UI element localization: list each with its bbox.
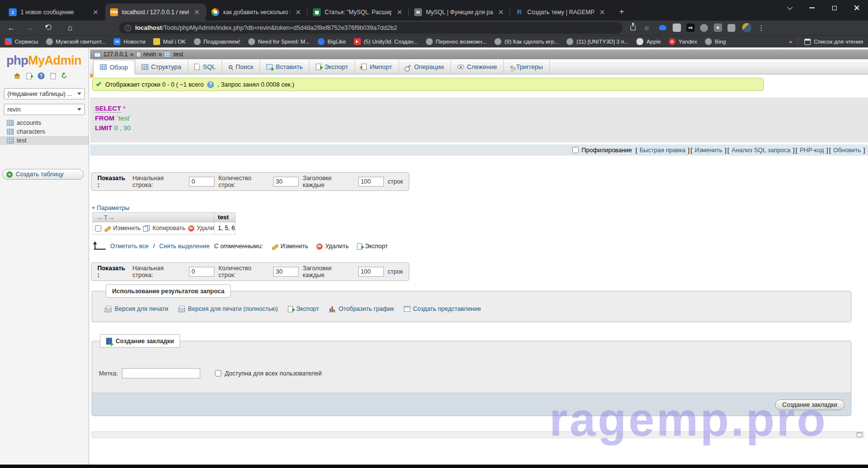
row-count-input[interactable] [273,267,299,277]
start-row-input[interactable] [189,177,214,187]
extension-cloud-icon[interactable] [659,25,666,30]
logout-icon[interactable] [26,73,32,79]
headers-every-input[interactable] [358,267,384,277]
reading-list-button[interactable]: Список для чтения [804,39,863,45]
help-icon[interactable]: ? [38,72,45,79]
tab-search[interactable]: Поиск [222,60,260,74]
close-tab-icon[interactable]: ✕ [497,8,505,16]
extension-foot-icon[interactable] [700,24,708,32]
reload-icon[interactable] [46,24,51,30]
display-chart-link[interactable]: Отобразить график [329,305,394,312]
tab-import[interactable]: Импорт [355,60,399,74]
export-link[interactable]: Экспорт [288,305,319,312]
back-button[interactable]: ← [5,22,18,34]
refresh-icon[interactable] [61,72,68,79]
bookmark-label-input[interactable] [122,368,200,378]
print-view-link[interactable]: Версия для печати [105,305,168,312]
bookmark-item[interactable]: BigLike [318,38,346,45]
inline-edit-link[interactable]: Быстрая правка [638,147,687,154]
bookmark-item[interactable]: ЯYandex [669,38,697,45]
database-select[interactable]: revin [4,104,85,115]
bookmark-item[interactable]: Need for Speed: M... [248,38,310,45]
close-tab-icon[interactable]: ✕ [193,8,201,16]
sort-arrows-header[interactable]: ←Т→ [93,212,214,222]
bookmark-item[interactable]: Apple [636,38,660,45]
bookmark-item[interactable]: VKНовости [114,38,145,45]
row-checkbox[interactable] [95,225,101,232]
bookmark-item[interactable]: Мужской свитшот... [46,38,106,45]
phpmyadmin-logo[interactable]: phpMyAdmin [6,53,81,68]
bookmark-item[interactable]: Поздравляем! [194,38,240,45]
breadcrumb-table[interactable]: test [173,51,183,58]
tab-browse[interactable]: Обзор [93,60,135,74]
refresh-link[interactable]: Обновить [832,147,863,154]
profiling-checkbox[interactable] [572,147,579,153]
bookmark-item[interactable]: (11) [UNITY3D] 3 п... [566,38,629,45]
explain-sql-link[interactable]: Анализ SQL запроса [730,147,792,154]
extension-b-icon[interactable]: B [714,23,722,32]
check-all-link[interactable]: Отметить все [110,243,149,250]
start-row-input[interactable] [189,267,214,277]
window-close-button[interactable] [845,0,868,16]
php-code-link[interactable]: PHP-код [798,147,825,154]
home-button[interactable]: ⌂ [64,22,76,34]
extension-photo-icon[interactable] [673,23,681,32]
browser-tab-article[interactable]: ▦ Статья: "MySQL. Расширяем фун ✕ [308,3,408,21]
close-tab-icon[interactable]: ✕ [92,8,99,16]
tab-sql[interactable]: SQL [188,60,222,74]
bulk-delete[interactable]: Удалить [316,243,349,250]
profile-avatar[interactable] [742,23,751,32]
close-tab-icon[interactable]: ✕ [294,8,302,16]
help-icon[interactable]: ? [207,81,214,88]
extension-vk-icon[interactable]: vk [686,23,695,32]
row-copy-link[interactable]: Копировать [152,225,185,232]
sidebar-table-test[interactable]: test [0,136,89,145]
new-tab-button[interactable]: + [616,6,628,18]
bulk-export[interactable]: Экспорт [357,243,388,250]
address-bar[interactable]: i localhost/Tools/phpMyAdmin/index.php?d… [119,22,622,34]
bookmark-item[interactable]: Bing [705,38,726,45]
headers-every-input[interactable] [358,177,384,187]
window-maximize-button[interactable] [823,0,845,16]
row-count-input[interactable] [273,177,299,187]
uncheck-all-link[interactable]: Снять выделение [159,243,210,250]
sidebar-table-characters[interactable]: characters [0,127,89,136]
breadcrumb-database[interactable]: revin [143,51,156,58]
close-tab-icon[interactable]: ✕ [598,8,606,16]
breadcrumb-server[interactable]: 127.0.0.1 [103,51,128,58]
extensions-puzzle-icon[interactable] [727,24,735,32]
tab-insert[interactable]: Вставить [260,60,309,74]
column-header-test[interactable]: test [214,212,235,222]
bookmark-item[interactable]: (9) Как сделать игр... [494,38,559,45]
browser-tab-phpmyadmin[interactable]: PMA localhost / 127.0.0.1 / revin / test… [105,3,206,21]
browser-menu-icon[interactable]: ⋮ [756,23,766,33]
edit-link[interactable]: Изменить [693,147,724,154]
bookmark-item[interactable]: (5) Unity3d. Создан... [354,38,418,45]
browser-tab-ragemp[interactable]: R Создать тему | RAGEMP.PRO - В ✕ [511,3,611,21]
bookmarks-overflow-chevron[interactable]: » [789,39,792,45]
tab-tracking[interactable]: Слежение [451,60,504,74]
bookmark-item[interactable]: Перенос возможн... [426,38,487,45]
options-toggle-link[interactable]: + Параметры [92,205,129,211]
create-table-button[interactable]: +Создать таблицу [2,169,84,180]
site-info-icon[interactable]: i [125,25,131,31]
bookmark-shared-checkbox[interactable] [215,370,221,376]
bookmark-item[interactable]: Mail i OK [153,38,186,45]
browser-tab-google[interactable]: как добавить несколько значен ✕ [207,3,307,21]
query-window-icon[interactable] [857,432,862,437]
browser-tab-mysql[interactable]: M MySQL | Функции для работы с ✕ [409,3,510,21]
bulk-edit[interactable]: Изменить [271,243,308,250]
forward-button[interactable]: → [23,22,36,34]
docs-icon[interactable] [50,73,56,79]
tab-structure[interactable]: Структура [135,60,188,74]
bookmark-services[interactable]: Сервисы [5,38,38,45]
recent-tables-select[interactable]: (Недавние таблицы) ... [4,88,85,99]
window-minimize-button[interactable] [800,0,823,16]
create-view-link[interactable]: Создать представление [404,305,481,312]
print-view-full-link[interactable]: Версия для печати (полностью) [178,305,278,312]
window-menu-chevron[interactable] [778,0,800,16]
tab-operations[interactable]: Операции [399,60,451,74]
bookmark-star-icon[interactable]: ☆ [642,23,652,33]
browser-tab-messages[interactable]: 1 1 новое сообщение ✕ [4,3,104,21]
tab-triggers[interactable]: Триггеры [504,60,550,74]
